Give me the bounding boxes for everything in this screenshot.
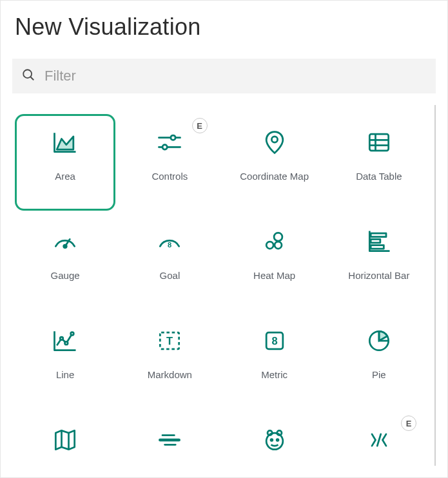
svg-point-12 (64, 245, 67, 248)
vis-tile-markdown[interactable]: T Markdown (119, 312, 220, 409)
vis-tile-label: Area (55, 171, 75, 183)
vis-tile-gauge[interactable]: Gauge (15, 213, 115, 310)
svg-point-36 (268, 430, 272, 435)
vis-tile-region-map[interactable] (15, 412, 115, 466)
vis-tile-timelion[interactable] (224, 412, 325, 466)
sliders-icon (151, 124, 188, 160)
svg-point-16 (274, 233, 282, 241)
vis-tile-goal[interactable]: 8 Goal (119, 213, 220, 310)
vis-tile-coordinate-map[interactable]: Coordinate Map (224, 114, 325, 211)
goal-icon: 8 (151, 224, 188, 260)
svg-point-6 (271, 137, 277, 142)
vis-tile-controls[interactable]: E Controls (119, 114, 220, 211)
svg-point-20 (60, 337, 63, 340)
vega-icon (361, 422, 397, 458)
svg-line-1 (30, 77, 34, 80)
svg-rect-7 (369, 134, 388, 151)
pie-chart-icon (361, 323, 397, 359)
vis-tile-label: Coordinate Map (240, 171, 309, 183)
svg-text:8: 8 (168, 241, 171, 249)
svg-point-39 (277, 439, 278, 441)
svg-text:8: 8 (271, 335, 277, 347)
svg-rect-18 (371, 239, 380, 243)
table-icon (361, 124, 397, 160)
vis-type-scroll[interactable]: Area E Controls (12, 105, 436, 466)
vis-tile-label: Goal (160, 270, 180, 282)
vis-tile-area[interactable]: Area (15, 114, 115, 211)
vis-tile-label: Metric (261, 369, 287, 381)
search-icon (21, 68, 35, 84)
vis-tile-label: Controls (151, 171, 188, 183)
heatmap-icon (257, 224, 293, 260)
gauge-icon (47, 224, 83, 260)
new-visualization-panel: New Visualization Area E (0, 0, 448, 478)
vis-tile-label: Data Table (356, 171, 402, 183)
vis-tile-tag-cloud[interactable] (119, 412, 220, 466)
svg-point-15 (275, 242, 282, 249)
page-title: New Visualization (15, 14, 436, 41)
vis-tile-label: Heat Map (253, 270, 295, 282)
svg-point-37 (277, 430, 281, 435)
vis-tile-data-table[interactable]: Data Table (329, 114, 429, 211)
svg-point-14 (266, 242, 273, 249)
line-chart-icon (47, 323, 83, 359)
svg-rect-19 (371, 245, 384, 249)
region-map-icon (47, 422, 83, 458)
svg-point-22 (71, 332, 74, 336)
area-chart-icon (47, 124, 83, 160)
svg-text:T: T (166, 335, 173, 347)
experimental-badge: E (192, 118, 208, 133)
vis-tile-heat-map[interactable]: Heat Map (224, 213, 325, 310)
svg-point-0 (23, 70, 32, 78)
vis-tile-label: Horizontal Bar (348, 270, 409, 282)
vis-tile-label: Gauge (51, 270, 80, 282)
horizontal-bar-icon (361, 224, 397, 260)
experimental-badge: E (401, 416, 416, 431)
svg-point-38 (271, 439, 273, 441)
filter-input[interactable] (44, 68, 427, 84)
vis-tile-label: Markdown (148, 369, 192, 381)
vis-tile-line[interactable]: Line (15, 312, 115, 409)
vis-tile-pie[interactable]: Pie (329, 312, 429, 409)
tag-cloud-icon (151, 422, 188, 458)
svg-point-5 (162, 145, 167, 149)
svg-point-21 (65, 341, 68, 345)
timelion-icon (257, 422, 293, 458)
markdown-icon: T (151, 323, 188, 359)
svg-point-3 (171, 135, 175, 140)
svg-rect-17 (371, 233, 386, 237)
map-pin-icon (257, 124, 293, 160)
svg-line-40 (377, 434, 381, 446)
vis-tile-horizontal-bar[interactable]: Horizontal Bar (329, 213, 429, 310)
filter-bar[interactable] (12, 59, 436, 93)
vis-tile-vega[interactable]: E (329, 412, 429, 466)
vis-tile-metric[interactable]: 8 Metric (224, 312, 325, 409)
vis-type-grid: Area E Controls (12, 105, 432, 466)
vis-tile-label: Line (56, 369, 74, 381)
metric-icon: 8 (257, 323, 293, 359)
vis-tile-label: Pie (372, 369, 386, 381)
